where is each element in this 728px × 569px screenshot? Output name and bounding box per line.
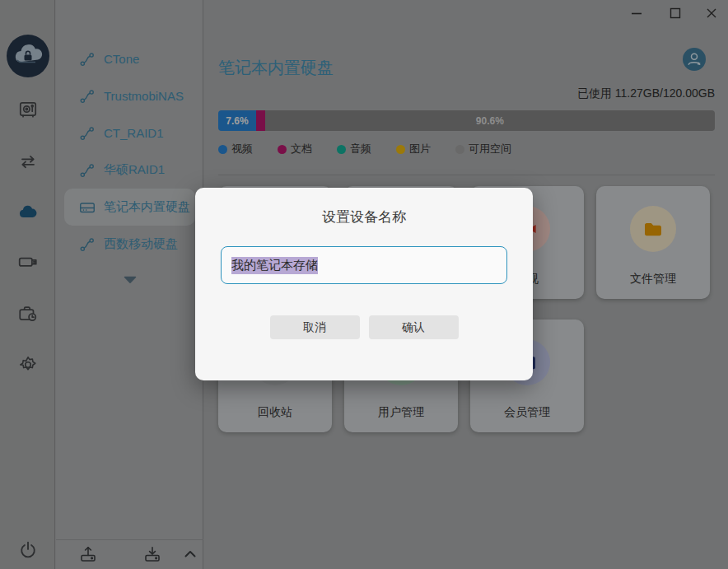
dialog-buttons: 取消 确认	[195, 315, 533, 339]
cancel-button[interactable]: 取消	[270, 315, 360, 339]
input-selected-text: 我的笔记本存储	[231, 257, 318, 274]
dialog-title: 设置设备名称	[195, 208, 533, 226]
set-device-name-dialog: 设置设备名称 我的笔记本存储 取消 确认	[195, 188, 533, 380]
device-name-input[interactable]: 我的笔记本存储	[221, 246, 507, 284]
confirm-button[interactable]: 确认	[369, 315, 459, 339]
app-window: CTone TrustmobiNAS CT_RAID1	[0, 0, 728, 569]
